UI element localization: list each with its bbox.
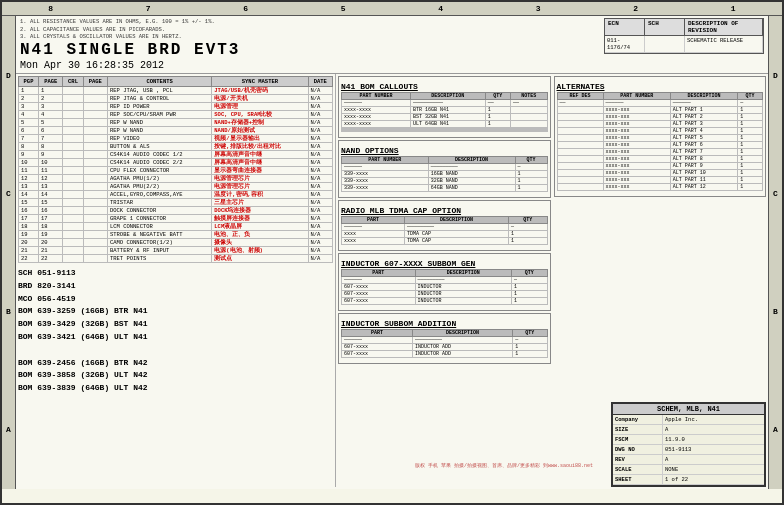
table-row: 99CS4K14 AUDIO CODEC 1/2屏幕高清声音中继N/A [19,151,333,159]
info-scale-value: NONE [663,465,764,474]
info-sheet-label: SHEET [613,475,663,484]
info-size-row: SIZE A [613,425,764,435]
page-subtitle: Mon Apr 30 16:28:35 2012 [20,60,604,71]
radio-section: RADIO MLB TDMA CAP OPTION PART DESCRIPTI… [338,200,551,251]
col-pgp: PGP [19,77,39,87]
table-row: 11REP JTAG, USB , PCLJTAG/USB/机壳密码N/A [19,87,333,95]
list-item: xxxx-xxxALT PART 11 [557,107,763,114]
list-item: xxxxTDMA CAP1 [342,231,548,238]
col-sync: SYNC MASTER [212,77,308,87]
alt-col-qty: QTY [738,93,763,100]
note-2: 2. ALL CAPACITANCE VALUES ARE IN PICOFAR… [20,26,604,34]
bom-line-bom5: BOM 639-3858 (32GB) ULT N42 [18,369,333,382]
info-dwg-value: 051-9113 [663,445,764,454]
table-row: 1616DOCK CONNECTORDOCK坞连接器N/A [19,207,333,215]
inductor-607: INDUCTOR 607-XXXX SUBBOM GEN PART DESCRI… [338,253,551,311]
rev-sch-1 [645,36,685,52]
radio-col-desc: DESCRIPTION [405,217,509,224]
list-item: ———————————————— [342,224,548,231]
list-item: 607-xxxxINDUCTOR ADD1 [342,344,548,351]
table-row: 1414ACCEL,GYRO,COMPASS,AYE温度计,密码,容积N/A [19,191,333,199]
info-size-label: SIZE [613,425,663,434]
alt-col-part: PART NUMBER [603,93,670,100]
left-border: D C B A [2,16,16,489]
alt-col-ref: REF DES [557,93,603,100]
callouts-title: N41 BOM CALLOUTS [341,82,548,91]
left-panel: PGP PAGE CRL PAGE CONTENTS SYNC MASTER D… [16,74,336,487]
table-row: 66REP W NANDNAND/原始测试N/A [19,127,333,135]
table-row: 1717GRAPE 1 CONNECTOR触摸屏连接器N/A [19,215,333,223]
note-3: 3. ALL CRYSTALS & OSCILLATOR VALUES ARE … [20,33,604,41]
list-item: ———————————————— [342,277,548,284]
list-item: 339-xxxx16GB NAND1 [342,171,548,178]
border-num-6: 6 [243,4,248,13]
info-sheet-row: SHEET 1 of 22 [613,475,764,485]
middle-col: N41 BOM CALLOUTS PART NUMBER DESCRIPTION… [338,76,551,364]
bom-line-bom6: BOM 639-3839 (64GB) ULT N42 [18,382,333,395]
schematic-table: PGP PAGE CRL PAGE CONTENTS SYNC MASTER D… [18,76,333,263]
rev-sch-header: SCH [645,19,685,35]
table-row: 2020CAMO CONNECTOR(1/2)摄像头N/A [19,239,333,247]
info-fscm-row: FSCM 11.9.0 [613,435,764,445]
bom-line-spacer [18,344,333,357]
alternates-table: REF DES PART NUMBER DESCRIPTION QTY ————… [557,92,764,191]
inductor-add-title: INDUCTOR SUBBOM ADDITION [341,319,548,328]
revision-table: ECN SCH DESCRIPTION OF REVISION 011-1176… [604,18,764,54]
list-item: xxxx-xxxALT PART 71 [557,149,763,156]
list-item: xxxx-xxxALT PART 101 [557,170,763,177]
info-dwg-row: DWG NO 051-9113 [613,445,764,455]
table-row: 22REP JTAG & CONTROL电源/开关机N/A [19,95,333,103]
info-dwg-label: DWG NO [613,445,663,454]
list-item: 339-xxxx32GB NAND1 [342,178,548,185]
border-letter-a: A [6,425,11,434]
callouts-col-notes: NOTES [511,93,547,100]
bom-line-bom2: BOM 639-3429 (32GB) BST N41 [18,318,333,331]
list-item: xxxx-xxxALT PART 51 [557,135,763,142]
list-item: xxxxTDMA CAP1 [342,238,548,245]
callouts-col-desc: DESCRIPTION [411,93,486,100]
bom-line-mco: MCO 056-4519 [18,293,333,306]
info-size-value: A [663,425,764,434]
bom-line-sch: SCH 051-9113 [18,267,333,280]
inductor-607-title: INDUCTOR 607-XXXX SUBBOM GEN [341,259,548,268]
list-item: xxxx-xxxxBST 32GB N411 [342,114,548,121]
list-item: xxxx-xxxALT PART 21 [557,114,763,121]
col-page2: PAGE [83,77,107,87]
table-row: 1919STROBE & NEGATIVE BATT电池、正、负N/A [19,231,333,239]
list-item: xxxx-xxxxBTR 16GB N411 [342,107,548,114]
bom-line-bom1: BOM 639-3259 (16GB) BTR N41 [18,305,333,318]
bom-section: SCH 051-9113 BRD 820-3141 MCO 056-4519 B… [18,267,333,395]
border-num-8: 8 [48,4,53,13]
right-columns: N41 BOM CALLOUTS PART NUMBER DESCRIPTION… [338,76,766,364]
col-page: PAGE [39,77,63,87]
right-border: D C B A [768,16,782,489]
info-rev-label: REV [613,455,663,464]
inductor-addition: INDUCTOR SUBBOM ADDITION PART DESCRIPTIO… [338,313,551,364]
bom-line-bom4: BOM 639-2456 (16GB) BTR N42 [18,357,333,370]
list-item: xxxx-xxxALT PART 121 [557,184,763,191]
list-item [342,131,548,132]
revision-header: ECN SCH DESCRIPTION OF REVISION [605,19,763,36]
radio-table: PART DESCRIPTION QTY ———————————————— xx… [341,216,548,245]
border-num-3: 3 [536,4,541,13]
table-row: 1111CPU FLEX CONNECTOR显示器弯曲连接器N/A [19,167,333,175]
list-item: 339-xxxx64GB NAND1 [342,185,548,192]
col-contents: CONTENTS [107,77,211,87]
inductor-add-table: PART DESCRIPTION QTY ———————————————— 60… [341,329,548,358]
callouts-table: PART NUMBER DESCRIPTION QTY NOTES ——————… [341,92,548,132]
ind607-col-part: PART [342,270,416,277]
indadd-col-qty: QTY [513,330,547,337]
info-rev-value: A [663,455,764,464]
border-num-1: 1 [731,4,736,13]
border-letter-d-right: D [773,71,778,80]
list-item: xxxx-xxxALT PART 81 [557,156,763,163]
ind607-col-qty: QTY [511,270,547,277]
border-num-7: 7 [146,4,151,13]
title-area: 1. ALL RESISTANCE VALUES ARE IN OHMS, E.… [16,16,768,74]
table-row: 44REP SOC/CPU/SRAM PWRSOC, CPU, SRAM比较N/… [19,111,333,119]
radio-title: RADIO MLB TDMA CAP OPTION [341,206,548,215]
table-row: 2222TRET POINTS测试点N/A [19,255,333,263]
indadd-col-part: PART [342,330,413,337]
inductor-607-table: PART DESCRIPTION QTY ———————————————— 60… [341,269,548,305]
radio-col-part: PART [342,217,405,224]
